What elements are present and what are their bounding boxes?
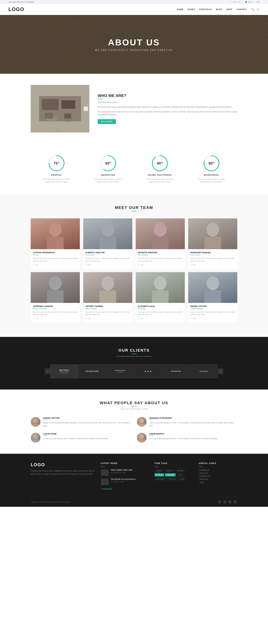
- tag-beautiful[interactable]: beautiful: [154, 469, 163, 472]
- nav-home[interactable]: HOME: [177, 8, 183, 10]
- testimonial-underline-denzel: [43, 420, 47, 420]
- team-photo-marquise: [188, 218, 237, 249]
- clients-prev-arrow[interactable]: ‹: [45, 368, 50, 374]
- clients-next-arrow[interactable]: ›: [218, 368, 223, 374]
- footer-link-contact[interactable]: CONTACT US: [199, 475, 237, 477]
- team-social-tw2[interactable]: t: [87, 264, 87, 266]
- search-icon[interactable]: 🔍: [251, 8, 254, 11]
- team-social-fb7[interactable]: f: [138, 318, 138, 320]
- team-social-gp[interactable]: G+: [36, 264, 38, 266]
- topbar-currency: USD: [256, 1, 260, 3]
- testimonial-colin: COLIN STONE It really saves me time and …: [31, 433, 131, 442]
- footer-links-col: USEFUL LINKS HOMEPAGE ABOUT US CONTACT U…: [199, 462, 237, 490]
- who-para1: Et enim ad minim nisieum, quis nostrud e…: [98, 106, 237, 109]
- social-googleplus[interactable]: G+: [239, 1, 241, 3]
- team-social-gp4[interactable]: G+: [194, 264, 196, 266]
- skill-circle-wordpress: 80%: [203, 155, 220, 172]
- footer-social-in[interactable]: in: [228, 500, 232, 504]
- team-social-gp3[interactable]: G+: [141, 264, 143, 266]
- team-role-jeffrey: Web Developer: [83, 308, 132, 310]
- nav-blog[interactable]: BLOG: [216, 8, 222, 10]
- nav-portfolio[interactable]: PORTFOLIO: [199, 8, 212, 10]
- team-social-fb4[interactable]: f: [190, 264, 191, 266]
- team-social-fb6[interactable]: f: [85, 318, 86, 320]
- footer-bottom-social: f t in G+: [218, 500, 237, 504]
- read-more-button[interactable]: READ MORE: [98, 119, 116, 124]
- footer-news-item-2: THE SECRET OF SUCCESSFUL OCTOBER 7, 2020: [101, 478, 149, 485]
- team-social-tw8[interactable]: t: [192, 318, 192, 320]
- dot-2[interactable]: [59, 130, 61, 131]
- dot-1[interactable]: [57, 130, 59, 131]
- team-social-tw7[interactable]: t: [139, 318, 140, 320]
- social-twitter[interactable]: t: [232, 1, 233, 3]
- footer-read-more[interactable]: ► READ MORE: [101, 488, 112, 490]
- team-name-alberto: ALBERTO SHELTON: [83, 252, 132, 254]
- testimonial-content-colin: COLIN STONE It really saves me time and …: [43, 433, 131, 442]
- top-bar: Hello guys! Welcome to Company! f t ▶ in…: [0, 0, 268, 4]
- team-social-fb[interactable]: f: [33, 264, 33, 266]
- testimonial-name-denzel: DENZEL POTTER: [43, 417, 131, 419]
- team-header: MEET OUR TEAM: [31, 206, 237, 212]
- team-social-tw5[interactable]: t: [34, 318, 35, 320]
- testimonial-underline-eddie: [149, 436, 153, 436]
- team-social-elizabeth: f t G+: [136, 318, 185, 320]
- who-text: WHO WE ARE? The secret behind creation. …: [98, 94, 237, 124]
- team-social-gp2[interactable]: G+: [89, 264, 91, 266]
- site-logo[interactable]: LOGO: [8, 6, 24, 12]
- footer-news-heading: LATEST NEWS: [101, 462, 149, 464]
- tag-bootstrap[interactable]: bootstrap: [154, 473, 164, 476]
- team-social-gp7[interactable]: G+: [141, 318, 143, 320]
- cart-icon[interactable]: 🛒: [257, 8, 260, 11]
- nav-pages[interactable]: PAGES: [188, 8, 195, 10]
- footer-link-services[interactable]: SERVICES: [199, 478, 237, 480]
- nav-shop[interactable]: SHOP: [226, 8, 233, 10]
- team-social-gp5[interactable]: G+: [36, 318, 38, 320]
- client-logo-stars: ★ ★ ★: [134, 364, 162, 378]
- team-social-tw[interactable]: t: [34, 264, 35, 266]
- topbar-login[interactable]: 👤 Log In: [245, 1, 252, 3]
- svg-rect-35: [138, 424, 145, 427]
- team-social-gp6[interactable]: G+: [89, 318, 91, 320]
- team-social-tw3[interactable]: t: [139, 264, 140, 266]
- tag-awesome[interactable]: awesome: [164, 469, 174, 472]
- team-desc-cynthia: Duis aute irure dolor in reprehenderit i…: [31, 257, 80, 262]
- testimonial-text-eddie: It's all good. Wow what great service. I…: [149, 437, 237, 440]
- dot-3[interactable]: [61, 130, 63, 131]
- tag-photoshop[interactable]: photoshop: [167, 478, 177, 480]
- client-logo-adventure: Adventure: [78, 364, 106, 378]
- footer-social-fb[interactable]: f: [218, 500, 221, 504]
- skill-graphic: 75% GRAPHIC Lorem ipsum dolor sit amet, …: [43, 155, 70, 183]
- svg-point-22: [206, 222, 219, 236]
- social-youtube[interactable]: ▶: [234, 1, 235, 3]
- skill-circle-photoshop: 90%: [151, 155, 168, 172]
- footer-link-homepage[interactable]: HOMEPAGE: [199, 469, 237, 471]
- team-photo-terrence: [31, 272, 80, 303]
- skill-desc-marketing: Lorem ipsum dolor sit amet, consectetur …: [94, 178, 122, 183]
- team-social-fb5[interactable]: f: [33, 318, 33, 320]
- skill-circle-graphic: 75%: [48, 155, 65, 172]
- social-linkedin[interactable]: in: [236, 1, 238, 3]
- nav-contact[interactable]: CONTACT: [237, 8, 247, 10]
- image-next-arrow[interactable]: ›: [84, 106, 88, 111]
- footer-social-gp[interactable]: G+: [233, 500, 237, 504]
- tag-infographic[interactable]: infographic: [165, 473, 176, 476]
- team-social-fb3[interactable]: f: [138, 264, 138, 266]
- team-social-tw4[interactable]: t: [192, 264, 192, 266]
- team-social-fb2[interactable]: f: [85, 264, 86, 266]
- footer-logo[interactable]: LOGO: [31, 462, 95, 467]
- tag-flatdesign[interactable]: flat design: [175, 469, 185, 472]
- tag-theme[interactable]: theme: [178, 478, 186, 480]
- team-desc-alberto: Duis aute irure dolor in reprehenderit i…: [83, 257, 132, 262]
- team-social-gp8[interactable]: G+: [194, 318, 196, 320]
- topbar-social: f t ▶ in G+: [231, 1, 241, 3]
- footer-link-about[interactable]: ABOUT US: [199, 472, 237, 474]
- footer-tags-heading: ITEM TAGS: [154, 462, 193, 464]
- team-social-tw6[interactable]: t: [87, 318, 87, 320]
- footer-link-faqs[interactable]: FAQS: [199, 482, 237, 484]
- footer-social-tw[interactable]: t: [223, 500, 227, 504]
- team-social-fb8[interactable]: f: [190, 318, 191, 320]
- testimonial-content-eddie: EDDIE MURPHY It's all good. Wow what gre…: [149, 433, 237, 442]
- tag-photography[interactable]: photography: [154, 478, 166, 480]
- tag-music[interactable]: music: [177, 473, 184, 476]
- social-facebook[interactable]: f: [231, 1, 231, 3]
